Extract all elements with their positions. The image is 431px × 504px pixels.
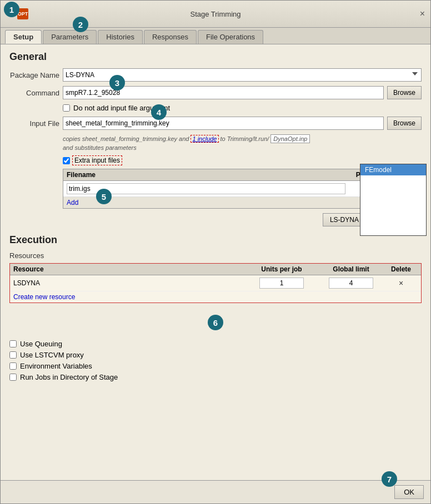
- tab-histories[interactable]: Histories: [98, 30, 143, 44]
- units-cell: [245, 278, 318, 289]
- execution-section: Execution Resources 6 Resource Units per…: [9, 234, 422, 381]
- use-lstcvm-row: Use LSTCVM proxy: [9, 351, 422, 359]
- env-vars-label: Environment Variables: [20, 362, 92, 370]
- note-line-2: and substitutes parameters: [63, 144, 422, 151]
- title-bar: 1 OPT Stage Trimming ×: [1, 1, 430, 28]
- units-input[interactable]: [259, 278, 304, 289]
- global-cell: [318, 278, 384, 289]
- note-part2: to Trimming/lt.run/: [220, 135, 269, 142]
- delete-resource-cell: ×: [384, 279, 418, 288]
- browse-button-2[interactable]: Browse: [387, 117, 422, 130]
- delete-resource-button[interactable]: ×: [399, 279, 403, 288]
- env-vars-checkbox[interactable]: [9, 362, 17, 370]
- files-table: Filename Parse Delete × Add: [63, 169, 422, 209]
- extra-files-section: 5 Extra input files Filename Parse Delet…: [63, 155, 422, 209]
- extra-input-checkbox[interactable]: [63, 157, 70, 164]
- note-part3: and substitutes parameters: [63, 144, 137, 151]
- annotation-3: 3: [109, 75, 125, 90]
- run-jobs-label: Run Jobs in Directory of Stage: [20, 373, 118, 381]
- use-queuing-label: Use Queuing: [20, 340, 62, 348]
- title-bar-left: 1 OPT: [6, 4, 28, 24]
- col-global-header: Global limit: [318, 265, 384, 273]
- annotation-5: 5: [96, 189, 112, 204]
- main-window: 1 OPT Stage Trimming × 2 Setup Parameter…: [0, 0, 431, 504]
- run-jobs-checkbox[interactable]: [9, 374, 17, 381]
- global-input[interactable]: [329, 278, 373, 289]
- command-label: Command: [9, 89, 59, 97]
- use-queuing-row: Use Queuing: [9, 340, 422, 348]
- annotation-6: 6: [208, 315, 223, 330]
- create-resource-link[interactable]: Create new resource: [10, 291, 421, 303]
- note-path: DynaOpt.inp: [270, 134, 310, 143]
- run-jobs-row: Run Jobs in Directory of Stage: [9, 373, 422, 381]
- execution-title: Execution: [9, 234, 422, 246]
- no-input-checkbox[interactable]: [63, 104, 70, 112]
- resource-name: LSDYNA: [13, 279, 40, 287]
- note-line-1: copies sheet_metal_forming_trimming.key …: [63, 134, 422, 143]
- extra-input-label: Extra input files: [72, 155, 122, 165]
- command-row: 3 Command Browse: [9, 86, 422, 99]
- note-link[interactable]: 1 include: [191, 135, 218, 143]
- browse-button-1[interactable]: Browse: [387, 86, 422, 99]
- annotation-7: 7: [382, 471, 397, 487]
- col-delete-header-res: Delete: [384, 265, 418, 273]
- popup-item-empty3[interactable]: [360, 182, 426, 185]
- input-file-label: Input File: [9, 119, 59, 128]
- use-lstcvm-label: Use LSTCVM proxy: [20, 351, 84, 359]
- close-button[interactable]: ×: [420, 9, 425, 18]
- col-units-header: Units per job: [245, 265, 318, 273]
- options-section: Use Queuing Use LSTCVM proxy Environment…: [9, 340, 422, 381]
- resource-name-cell: LSDYNA: [13, 279, 245, 287]
- popup-overlay: FEmodel: [360, 164, 427, 236]
- annotation-1: 1: [4, 2, 19, 17]
- use-queuing-checkbox[interactable]: [9, 340, 17, 347]
- popup-item-femodel[interactable]: FEmodel: [360, 164, 426, 175]
- no-input-row: Do not add input file argument: [63, 104, 422, 112]
- resource-row: LSDYNA ×: [10, 275, 421, 291]
- input-file-input[interactable]: [63, 117, 384, 130]
- annotation-2: 2: [73, 17, 88, 32]
- resource-table-header: Resource Units per job Global limit Dele…: [10, 264, 421, 275]
- package-name-label: Package Name: [9, 71, 59, 79]
- window-title: Stage Trimming: [190, 10, 240, 18]
- env-vars-row: Environment Variables: [9, 362, 422, 370]
- use-lstcvm-checkbox[interactable]: [9, 351, 17, 359]
- tab-setup[interactable]: Setup: [5, 30, 42, 44]
- col-filename-header: Filename: [67, 171, 345, 179]
- input-file-row: 4 Input File Browse: [9, 117, 422, 130]
- package-name-row: Package Name LS-DYNA: [9, 68, 422, 82]
- annotation-4: 4: [151, 104, 167, 120]
- command-input[interactable]: [63, 86, 384, 99]
- footer: 7 OK: [1, 480, 430, 503]
- content-area: General Package Name LS-DYNA 3 Command B…: [1, 44, 430, 480]
- resource-table: 6 Resource Units per job Global limit De…: [9, 263, 422, 303]
- resources-label: Resources: [9, 251, 422, 260]
- tabs-bar: 2 Setup Parameters Histories Responses F…: [1, 28, 430, 44]
- note-part1: copies sheet_metal_forming_trimming.key …: [63, 135, 189, 142]
- note-text: copies sheet_metal_forming_trimming.key …: [63, 134, 422, 143]
- general-title: General: [9, 51, 422, 63]
- col-resource-header: Resource: [13, 265, 245, 273]
- tab-file-operations[interactable]: File Operations: [198, 30, 263, 44]
- tab-parameters[interactable]: Parameters: [43, 30, 97, 44]
- ok-button[interactable]: OK: [394, 485, 424, 499]
- tab-responses[interactable]: Responses: [144, 30, 197, 44]
